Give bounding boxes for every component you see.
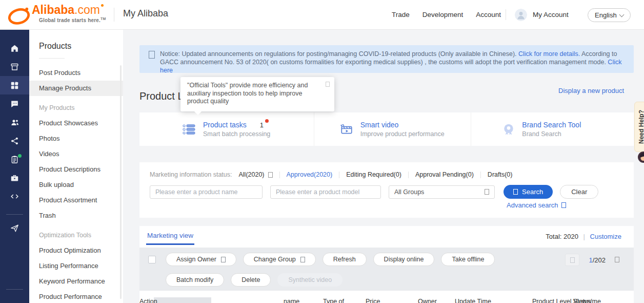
sidebar-item-listing-performance[interactable]: Listing Performance bbox=[29, 258, 123, 274]
smart-video-subtitle: Improve product performance bbox=[360, 130, 445, 138]
advanced-search-link[interactable]: Advanced search bbox=[507, 201, 566, 209]
notice-details-link[interactable]: Click for more details. bbox=[518, 50, 580, 58]
batch-modify-button[interactable]: Batch modify bbox=[166, 273, 224, 287]
filter-tab-all[interactable]: All(2020) bbox=[239, 171, 273, 178]
rail-briefcase[interactable] bbox=[0, 168, 29, 187]
chevron-down-icon bbox=[619, 12, 624, 17]
pagination: 1/202 bbox=[565, 254, 619, 266]
sidebar-item-photos[interactable]: Photos bbox=[29, 131, 123, 146]
prev-page-button[interactable] bbox=[565, 254, 579, 266]
product-tasks-title[interactable]: Product tasks bbox=[203, 121, 247, 129]
toolbar-row-2: Batch modify Delete Synthetic video bbox=[166, 273, 343, 287]
customize-link[interactable]: Customize bbox=[590, 233, 621, 240]
sidebar-item-product-assortment[interactable]: Product Assortment bbox=[29, 193, 123, 208]
tab-marketing-view[interactable]: Marketing view bbox=[146, 232, 194, 245]
user-avatar[interactable] bbox=[515, 9, 527, 21]
sidebar-item-manage-products[interactable]: Manage Products bbox=[29, 81, 123, 96]
product-tasks-tool[interactable]: Product tasks1 Smart batch processing bbox=[139, 112, 314, 146]
sidebar-item-product-descriptions[interactable]: Product Descriptions bbox=[29, 162, 123, 177]
next-arrow-icon bbox=[615, 257, 619, 262]
change-group-button[interactable]: Change Group bbox=[243, 253, 316, 266]
brand-search-tool[interactable]: Brand Search Tool Brand Search bbox=[471, 112, 634, 146]
display-new-product-link[interactable]: Display a new product bbox=[558, 87, 624, 94]
official-tools-tooltip: "Official Tools" provide more efficiency… bbox=[180, 77, 334, 111]
rail-share[interactable] bbox=[0, 131, 29, 150]
alibaba-logo[interactable]: Alibaba.com Global trade starts here.TM bbox=[7, 3, 106, 26]
rail-send[interactable] bbox=[0, 219, 29, 237]
dropdown-glyph-icon bbox=[300, 257, 305, 262]
nav-account[interactable]: Account bbox=[476, 11, 501, 18]
filter-card: Marketing information status: All(2020) … bbox=[139, 162, 634, 218]
filter-tab-approved[interactable]: Approved(2020) bbox=[287, 171, 333, 178]
language-selector[interactable]: English bbox=[588, 8, 631, 22]
filter-tab-drafts[interactable]: Drafts(0) bbox=[488, 171, 513, 178]
filter-tab-approval-pending[interactable]: Approval Pending(0) bbox=[415, 171, 474, 178]
filter-separator bbox=[339, 172, 339, 178]
refresh-button[interactable]: Refresh bbox=[323, 253, 367, 266]
tooltip-arrow bbox=[194, 111, 202, 115]
brand-search-title[interactable]: Brand Search Tool bbox=[522, 121, 581, 129]
products-sidebar: Products Post Products Manage Products M… bbox=[29, 29, 123, 303]
select-all-checkbox[interactable] bbox=[148, 256, 156, 263]
group-select[interactable]: All Groups bbox=[389, 185, 495, 199]
sidebar-item-product-performance[interactable]: Product Performance bbox=[29, 289, 123, 303]
clear-button[interactable]: Clear bbox=[560, 185, 598, 199]
video-clapper-icon bbox=[339, 123, 354, 136]
close-icon[interactable] bbox=[326, 82, 330, 87]
group-select-value: All Groups bbox=[394, 188, 424, 196]
sidebar-item-product-optimization[interactable]: Product Optimization bbox=[29, 243, 123, 258]
rail-code[interactable] bbox=[0, 187, 29, 205]
app-rail bbox=[0, 29, 29, 303]
alibaba-mark-icon bbox=[7, 5, 31, 26]
product-model-input[interactable] bbox=[270, 185, 381, 199]
search-button[interactable]: Search bbox=[504, 185, 553, 199]
my-account-link[interactable]: My Account bbox=[533, 11, 569, 18]
smart-video-title[interactable]: Smart video bbox=[360, 121, 445, 129]
language-label: English bbox=[595, 11, 617, 19]
column-update-time: Update Time bbox=[455, 298, 491, 303]
smart-video-tool[interactable]: Smart video Improve product performance bbox=[314, 112, 471, 146]
notice-text: Notice: Updated announcements on regulat… bbox=[160, 50, 623, 73]
need-help-label: Need Help? bbox=[638, 110, 644, 144]
rail-contacts[interactable] bbox=[0, 113, 29, 131]
display-online-button[interactable]: Display online bbox=[373, 253, 435, 266]
sidebar-item-keyword-performance[interactable]: Keyword Performance bbox=[29, 274, 123, 289]
tooltip-text: "Official Tools" provide more efficiency… bbox=[187, 82, 308, 105]
rail-products[interactable] bbox=[0, 76, 29, 94]
sidebar-item-bulk-upload[interactable]: Bulk upload bbox=[29, 177, 123, 193]
rail-orders[interactable] bbox=[0, 150, 29, 168]
filter-tab-editing-required[interactable]: Editing Required(0) bbox=[346, 171, 401, 178]
column-views: Views/me bbox=[573, 298, 601, 303]
take-offline-button[interactable]: Take offline bbox=[441, 253, 495, 266]
next-page-button[interactable] bbox=[615, 256, 619, 264]
total-count: Total: 2020 bbox=[546, 233, 578, 240]
nav-trade[interactable]: Trade bbox=[392, 11, 410, 18]
status-filter-row: Marketing information status: All(2020) … bbox=[139, 162, 634, 178]
need-help-tab[interactable]: Need Help? bbox=[634, 102, 644, 152]
official-tools-card: Product tasks1 Smart batch processing Sm… bbox=[139, 112, 634, 146]
product-tasks-text: Product tasks1 Smart batch processing bbox=[203, 121, 270, 138]
filter-separator bbox=[408, 172, 409, 178]
support-agent-avatar[interactable] bbox=[637, 151, 644, 163]
notice-banner: Notice: Updated announcements on regulat… bbox=[139, 45, 634, 73]
sidebar-item-videos[interactable]: Videos bbox=[29, 146, 123, 162]
product-name-input[interactable] bbox=[150, 185, 263, 199]
sidebar-item-trash[interactable]: Trash bbox=[29, 208, 123, 223]
assign-owner-button[interactable]: Assign Owner bbox=[166, 253, 236, 266]
delete-button[interactable]: Delete bbox=[231, 273, 271, 287]
nav-development[interactable]: Development bbox=[422, 11, 464, 18]
bulk-actions-toolbar: Assign Owner Change Group Refresh Displa… bbox=[139, 248, 634, 291]
header-divider bbox=[114, 8, 114, 22]
account-divider bbox=[506, 9, 506, 20]
rail-home[interactable] bbox=[0, 39, 29, 58]
rail-divider bbox=[6, 214, 23, 215]
rail-messages[interactable] bbox=[0, 94, 29, 113]
red-dot-icon bbox=[265, 119, 269, 123]
sidebar-item-product-showcases[interactable]: Product Showcases bbox=[29, 116, 123, 131]
smart-video-text: Smart video Improve product performance bbox=[360, 121, 445, 138]
filter-separator bbox=[279, 172, 280, 178]
sidebar-scrollbar[interactable] bbox=[120, 65, 122, 299]
sidebar-item-post-products[interactable]: Post Products bbox=[29, 65, 123, 81]
rail-store[interactable] bbox=[0, 58, 29, 76]
column-owner: Owner bbox=[418, 298, 437, 303]
